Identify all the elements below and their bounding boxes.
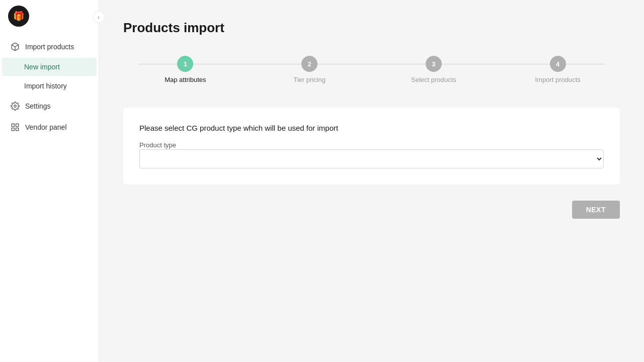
sidebar-nav: Import products New import Import histor…: [0, 32, 99, 362]
svg-rect-3: [16, 124, 19, 126]
stepper: 1 Map attributes 2 Tier pricing 3 Select…: [123, 56, 620, 83]
sidebar-item-label-new-import: New import: [24, 63, 60, 71]
next-button[interactable]: NEXT: [572, 201, 620, 219]
step-circle-3: 3: [426, 56, 442, 72]
step-label-1: Map attributes: [165, 76, 206, 83]
step-label-2: Tier pricing: [293, 76, 326, 83]
box-icon: [10, 42, 20, 52]
sidebar-item-label-import-history: Import history: [24, 82, 67, 90]
svg-rect-5: [16, 128, 19, 131]
sidebar-item-label-settings: Settings: [25, 102, 51, 110]
step-circle-2: 2: [301, 56, 317, 72]
sidebar-item-settings[interactable]: Settings: [2, 96, 97, 116]
sidebar-item-vendor-panel[interactable]: Vendor panel: [2, 117, 97, 137]
step-label-3: Select products: [411, 76, 456, 83]
sidebar-item-new-import[interactable]: New import: [2, 58, 97, 76]
sidebar-item-label-vendor-panel: Vendor panel: [25, 123, 67, 131]
chevron-left-icon: ‹: [98, 15, 99, 20]
step-4: 4 Import products: [496, 56, 620, 83]
sidebar-item-import-products[interactable]: Import products: [2, 37, 97, 57]
step-label-4: Import products: [535, 76, 580, 83]
page-title: Products import: [123, 20, 620, 36]
svg-rect-2: [12, 124, 14, 126]
form-section: Please select CG product type which will…: [123, 108, 620, 185]
step-circle-1: 1: [177, 56, 193, 72]
step-1: 1 Map attributes: [123, 56, 248, 83]
form-footer: NEXT: [123, 201, 620, 219]
step-3: 3 Select products: [372, 56, 496, 83]
form-question: Please select CG product type which will…: [139, 124, 604, 132]
sidebar-logo: 🎁: [0, 0, 99, 32]
product-type-label: Product type: [139, 141, 176, 149]
sidebar-collapse-button[interactable]: ‹: [93, 11, 105, 23]
logo-icon: 🎁: [13, 11, 24, 22]
sidebar-item-import-history[interactable]: Import history: [2, 77, 97, 95]
app-logo: 🎁: [8, 6, 29, 27]
product-type-select[interactable]: [139, 149, 604, 168]
main-content: Products import 1 Map attributes 2 Tier …: [99, 0, 644, 362]
sidebar-item-label-import-products: Import products: [25, 43, 74, 51]
sidebar: 🎁 ‹ Import products New import Import hi…: [0, 0, 99, 362]
step-2: 2 Tier pricing: [248, 56, 372, 83]
vendor-icon: [10, 122, 20, 132]
step-circle-4: 4: [550, 56, 566, 72]
svg-point-1: [14, 105, 17, 108]
svg-rect-4: [12, 128, 14, 131]
settings-icon: [10, 101, 20, 111]
